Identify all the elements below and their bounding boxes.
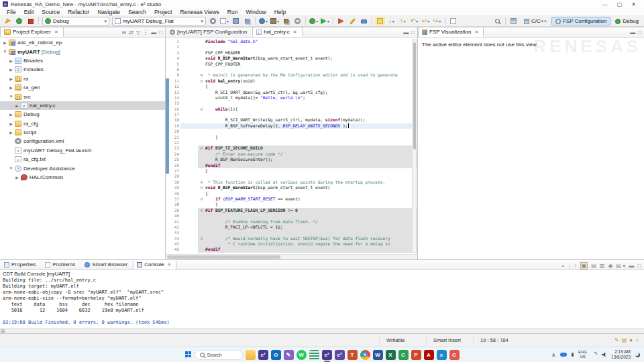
- tree-item-binaries[interactable]: ▶Binaries: [0, 56, 165, 65]
- expand-arrow-icon[interactable]: ▼: [8, 166, 14, 170]
- maximize-icon[interactable]: □: [638, 30, 641, 36]
- clear-console-icon[interactable]: ×: [561, 263, 565, 269]
- menu-project[interactable]: Project: [150, 9, 176, 15]
- fsp-visualization-tab[interactable]: FSP Visualization ✕: [418, 27, 484, 37]
- code-line[interactable]: 25 R_BSP_NonSecureEnter();: [166, 157, 417, 162]
- console-tab-console[interactable]: Console✕: [133, 259, 176, 269]
- close-tab-icon[interactable]: ✕: [293, 29, 297, 35]
- gear-button[interactable]: [292, 17, 303, 25]
- open-console-icon[interactable]: ▤ ▾: [616, 263, 625, 269]
- fold-marker-icon[interactable]: ⊖: [198, 196, 205, 202]
- code-line[interactable]: 1#include "hal_data.h": [166, 39, 417, 44]
- save-button[interactable]: [231, 17, 241, 25]
- taskbar-app-screen-tool[interactable]: ✎: [284, 350, 294, 360]
- perspective-c-c[interactable]: C/C++: [521, 17, 550, 25]
- taskbar-app-whatsapp[interactable]: W: [297, 350, 307, 360]
- last-edit-button[interactable]: ↶▾: [409, 17, 419, 25]
- menu-window[interactable]: Window: [241, 9, 270, 15]
- back-nav-button[interactable]: ↩▾: [421, 17, 431, 25]
- expand-arrow-icon[interactable]: ▶: [14, 103, 20, 108]
- paint-button[interactable]: [359, 17, 369, 25]
- new-button[interactable]: ▾: [219, 17, 229, 25]
- start-button[interactable]: [185, 351, 192, 358]
- code-line[interactable]: 46#endif: [166, 247, 417, 252]
- expand-arrow-icon[interactable]: ▶: [8, 76, 14, 81]
- tree-item-hal-entry-c[interactable]: ▶hal_entry.c: [0, 101, 165, 110]
- code-line[interactable]: 24 /* Enter non-secure code */: [166, 152, 417, 157]
- fold-marker-icon[interactable]: ⊖: [198, 208, 205, 213]
- skip-breakpoints-button[interactable]: ▾: [258, 17, 268, 25]
- code-line[interactable]: 21 }: [166, 135, 417, 140]
- scroll-down-icon[interactable]: ↓: [568, 263, 571, 269]
- menu-refactor[interactable]: Refactor: [64, 9, 93, 15]
- launch-gear-icon[interactable]: [208, 17, 218, 25]
- tree-item-adc-ek-ra6m4-ep[interactable]: ▶adc_ek_ra6m4_ep: [0, 38, 165, 47]
- taskbar-app-c-app[interactable]: C: [449, 350, 460, 360]
- tree-item-myuart[interactable]: ▼myUART[Debug]: [0, 47, 165, 56]
- taskbar-app-file-explorer[interactable]: [246, 350, 256, 360]
- sync-icon[interactable]: ●: [629, 337, 633, 343]
- next-annotation-button[interactable]: ↓▾: [386, 17, 396, 25]
- code-line[interactable]: 17: [166, 112, 417, 117]
- taskbar-search[interactable]: Search: [195, 350, 243, 360]
- tree-item-ra-gen[interactable]: ▶ra_gen: [0, 83, 165, 92]
- code-line[interactable]: 40: [166, 213, 417, 219]
- tree-item-ra-cfg[interactable]: ▶ra_cfg: [0, 119, 165, 128]
- code-line[interactable]: 43: [166, 230, 417, 235]
- search-icon[interactable]: [492, 17, 502, 25]
- fold-marker-icon[interactable]: ⊕: [198, 180, 205, 185]
- tree-item-configuration-xml[interactable]: configuration.xml: [0, 137, 165, 145]
- word-wrap-icon[interactable]: ▤: [591, 263, 596, 269]
- taskbar-app-e2studio[interactable]: e²: [258, 350, 268, 360]
- taskbar-app-outlook[interactable]: O: [271, 350, 281, 360]
- code-line[interactable]: 42 R_FACI_LP->DFLCTL = 1U;: [166, 225, 417, 230]
- code-line[interactable]: 45 * C runtime initialization, should ne…: [166, 241, 417, 247]
- editor-vertical-scrollbar[interactable]: [412, 39, 417, 253]
- external-tools-button[interactable]: [336, 17, 346, 25]
- perspective-debug[interactable]: Debug: [612, 17, 642, 25]
- menu-navigate[interactable]: Navigate: [93, 9, 124, 15]
- taskbar-app-e2studio-active[interactable]: e²: [322, 350, 332, 360]
- expand-arrow-icon[interactable]: ▼: [2, 50, 8, 54]
- tree-item-includes[interactable]: ▶Includes: [0, 65, 165, 74]
- code-line[interactable]: 3FSP_CPP_HEADER: [166, 50, 417, 56]
- expand-arrow-icon[interactable]: ▶: [8, 112, 14, 117]
- taskbar-app-excel[interactable]: X: [386, 350, 396, 360]
- show-on-output-icon[interactable]: ▣: [580, 262, 588, 269]
- menu-file[interactable]: File: [3, 9, 20, 15]
- code-line[interactable]: 15: [166, 101, 417, 106]
- progress-icon[interactable]: ○: [635, 337, 639, 343]
- taskbar-app-chrome[interactable]: [360, 350, 370, 360]
- code-line[interactable]: 2: [166, 44, 417, 50]
- code-line[interactable]: 20: [166, 129, 417, 134]
- run-dropdown-button[interactable]: ▾: [320, 17, 330, 25]
- microphone-icon[interactable]: [572, 353, 574, 357]
- project-explorer-tab[interactable]: Project Explorer ✕: [0, 27, 64, 37]
- prev-annotation-button[interactable]: ↑▾: [398, 17, 408, 25]
- code-line[interactable]: 6: [166, 67, 417, 72]
- wifi-icon[interactable]: [590, 351, 598, 358]
- code-line[interactable]: 44⊖ /* Would normally have to wait tDSTO…: [166, 236, 417, 241]
- menu-run[interactable]: Run: [223, 9, 242, 15]
- fold-marker-icon[interactable]: ⊖: [198, 236, 205, 241]
- console-horizontal-scrollbar[interactable]: ◄: [0, 328, 644, 333]
- pin-console-icon[interactable]: ◉: [608, 263, 612, 269]
- tree-item-src[interactable]: ▼src: [0, 92, 165, 101]
- expand-arrow-icon[interactable]: ▼: [8, 95, 14, 99]
- code-line[interactable]: 4void R_BSP_WarmStart(bsp_warm_start_eve…: [166, 56, 417, 61]
- highlight-marker-button[interactable]: [375, 17, 385, 25]
- code-line[interactable]: 5FSP_CPP_FOOTER: [166, 62, 417, 67]
- perspective-fsp-configuration[interactable]: FSP Configuration: [551, 17, 610, 25]
- code-line[interactable]: 19 R_BSP_SoftwareDelay(2, BSP_DELAY_UNIT…: [166, 123, 417, 129]
- menu-edit[interactable]: Edit: [20, 9, 38, 15]
- code-line[interactable]: 22: [166, 140, 417, 145]
- build-button[interactable]: ▾: [270, 17, 280, 25]
- new-editor-window-button[interactable]: [448, 17, 458, 25]
- code-line[interactable]: 38 {: [166, 202, 417, 207]
- fold-marker-icon[interactable]: ⊖: [198, 107, 205, 112]
- minimize-icon[interactable]: ▬: [151, 30, 156, 36]
- expand-arrow-icon[interactable]: ▶: [8, 85, 14, 90]
- tree-item-myuart-debug-flat-launch[interactable]: myUART Debug_Flat.launch: [0, 146, 165, 155]
- tasks-icon[interactable]: ▤: [622, 337, 627, 343]
- code-line[interactable]: 12{: [166, 84, 417, 89]
